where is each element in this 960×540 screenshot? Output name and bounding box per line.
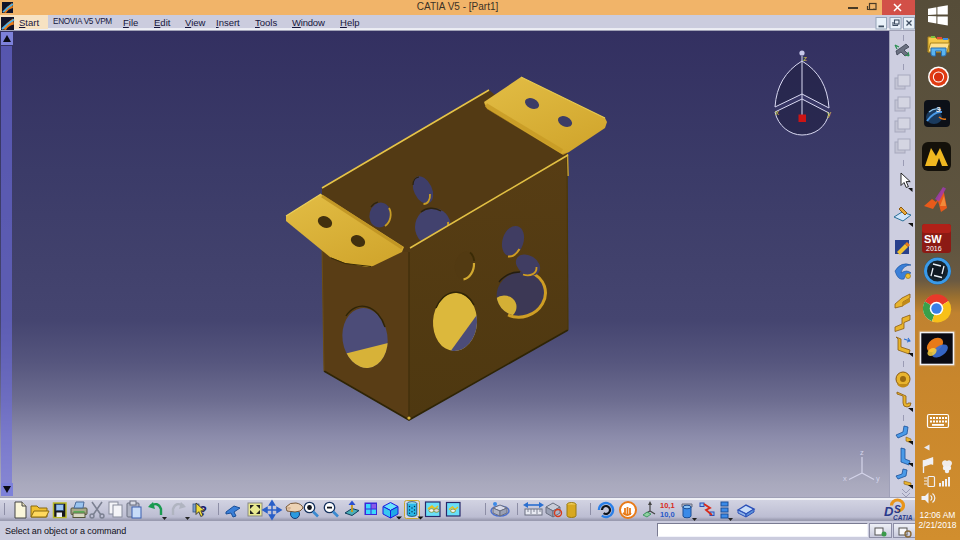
svg-text:2/21/2018: 2/21/2018	[919, 520, 957, 530]
svg-text:12:06 AM: 12:06 AM	[920, 510, 956, 520]
svg-text:CATIA: CATIA	[893, 514, 913, 521]
svg-text:y: y	[827, 109, 831, 118]
svg-text:y: y	[876, 474, 880, 483]
svg-text:3: 3	[936, 105, 941, 114]
svg-text:z: z	[803, 54, 807, 63]
svg-text:10,0: 10,0	[660, 510, 675, 519]
svg-text:SW: SW	[924, 233, 942, 245]
svg-text:x: x	[775, 108, 779, 117]
svg-text:2016: 2016	[926, 245, 942, 252]
svg-text:10,1: 10,1	[660, 501, 675, 510]
svg-text:x: x	[843, 474, 847, 483]
svg-text:z: z	[860, 448, 864, 457]
